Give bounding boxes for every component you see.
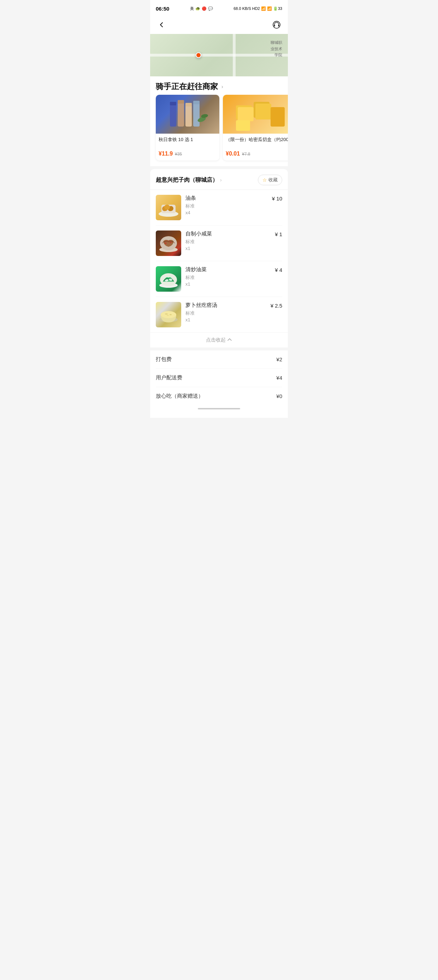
item-img-yousi xyxy=(156,195,181,220)
order-item-0: 油条 标准 x4 ¥ 10 xyxy=(156,190,282,226)
item-qty-3: x1 xyxy=(186,317,266,323)
star-icon: ☆ xyxy=(262,177,267,183)
item-name-0: 油条 xyxy=(186,195,268,202)
item-img-soup xyxy=(156,302,181,328)
item-name-3: 萝卜丝疙瘩汤 xyxy=(186,302,266,309)
promo-price-new-1: ¥11.9 xyxy=(159,151,173,157)
app-icon-1: 🐢 xyxy=(195,6,200,11)
fee-amount-0: ¥2 xyxy=(276,356,282,363)
order-item-3: 萝卜丝疙瘩汤 标准 x1 ¥ 2.5 xyxy=(156,297,282,332)
item-img-greens xyxy=(156,266,181,292)
signal-icon: 📶 xyxy=(267,6,272,11)
promo-name-2: （限一份）哈密瓜切盒（约200g） xyxy=(226,137,288,149)
map-label-2: 业技术 xyxy=(271,46,282,52)
collect-button[interactable]: ☆ 收藏 xyxy=(258,175,282,185)
svg-rect-3 xyxy=(170,103,176,127)
promo-scroll[interactable]: 秋日拿铁 10 选 1 ¥11.9 ¥35 （限一份）哈密瓜切盒（约200g） … xyxy=(150,95,288,166)
item-img-pickled xyxy=(156,231,181,256)
svg-point-36 xyxy=(167,315,169,316)
store-name: 超意兴把子肉（聊城店） xyxy=(156,177,218,184)
battery-indicator: 🔋33 xyxy=(273,6,282,11)
svg-rect-18 xyxy=(271,107,285,127)
status-time: 06:50 xyxy=(156,6,169,12)
promo-name-1: 秋日拿铁 10 选 1 xyxy=(159,137,216,149)
item-info-0: 油条 标准 x4 xyxy=(186,195,268,215)
order-card: 超意兴把子肉（聊城店） › ☆ 收藏 油条 xyxy=(150,169,288,347)
network-speed: 68.0 KB/S xyxy=(233,6,251,11)
fee-amount-1: ¥4 xyxy=(276,375,282,381)
store-name-row[interactable]: 超意兴把子肉（聊城店） › xyxy=(156,177,222,184)
item-qty-0: x4 xyxy=(186,210,268,215)
svg-point-35 xyxy=(170,314,172,315)
item-price-3: ¥ 2.5 xyxy=(271,302,282,309)
item-qty-1: x1 xyxy=(186,246,271,251)
item-info-3: 萝卜丝疙瘩汤 标准 x1 xyxy=(186,302,266,323)
app-icon-meituan: 美 xyxy=(190,6,194,11)
item-spec-1: 标准 xyxy=(186,239,271,245)
order-items: 油条 标准 x4 ¥ 10 xyxy=(150,190,288,332)
promo-card-1-body: 秋日拿铁 10 选 1 ¥11.9 ¥35 xyxy=(156,134,219,161)
map-label-3: 学院 xyxy=(271,52,282,58)
order-item-2: 清炒油菜 标准 x1 ¥ 4 xyxy=(156,261,282,297)
map-area: 聊城职 业技术 学院 xyxy=(150,34,288,76)
store-chevron: › xyxy=(220,177,222,183)
status-bar: 06:50 美 🐢 🔴 💬 68.0 KB/S HD2 📶 📶 🔋33 xyxy=(150,0,288,16)
promo-card-melon[interactable]: （限一份）哈密瓜切盒（约200g） ¥0.01 ¥7.8 xyxy=(223,95,288,161)
wifi-icon: 📶 xyxy=(261,6,266,11)
back-button[interactable] xyxy=(156,19,167,30)
status-title: 骑手正在赶往商家 xyxy=(156,81,218,92)
promo-img-melon xyxy=(223,95,288,134)
promo-price-old-1: ¥35 xyxy=(175,152,182,157)
nav-bar xyxy=(150,16,288,34)
item-spec-2: 标准 xyxy=(186,274,271,281)
promo-price-new-2: ¥0.01 xyxy=(226,151,240,157)
map-road-vertical xyxy=(233,34,236,76)
map-background: 聊城职 业技术 学院 xyxy=(150,34,288,76)
svg-rect-14 xyxy=(238,107,254,121)
item-spec-0: 标准 xyxy=(186,203,268,209)
map-label-1: 聊城职 xyxy=(271,40,282,46)
fee-row-2: 放心吃（商家赠送） ¥0 xyxy=(156,387,282,405)
fee-label-0: 打包费 xyxy=(156,356,172,363)
status-chevron[interactable]: › xyxy=(222,84,223,89)
app-icon-3: 💬 xyxy=(208,6,213,11)
collapse-label: 点击收起 xyxy=(206,337,226,343)
fee-row-0: 打包费 ¥2 xyxy=(156,350,282,369)
svg-point-33 xyxy=(161,311,176,318)
item-info-1: 自制小咸菜 标准 x1 xyxy=(186,231,271,251)
order-header: 超意兴把子肉（聊城店） › ☆ 收藏 xyxy=(150,169,288,190)
home-indicator xyxy=(198,408,240,409)
status-header: 骑手正在赶往商家 › xyxy=(150,76,288,95)
collapse-icon xyxy=(227,337,232,343)
promo-card-milktea[interactable]: 秋日拿铁 10 选 1 ¥11.9 ¥35 xyxy=(156,95,219,161)
svg-rect-17 xyxy=(236,120,250,131)
fee-amount-2: ¥0 xyxy=(276,393,282,399)
svg-rect-4 xyxy=(170,102,176,105)
svg-point-34 xyxy=(165,313,168,315)
promo-card-2-body: （限一份）哈密瓜切盒（约200g） ¥0.01 ¥7.8 xyxy=(223,134,288,161)
svg-rect-8 xyxy=(186,103,192,107)
item-name-2: 清炒油菜 xyxy=(186,266,271,273)
item-spec-3: 标准 xyxy=(186,310,266,317)
svg-rect-9 xyxy=(193,102,200,127)
map-road-horizontal xyxy=(150,54,288,57)
fee-label-2: 放心吃（商家赠送） xyxy=(156,393,203,399)
item-price-1: ¥ 1 xyxy=(275,231,282,237)
promo-price-row-2: ¥0.01 ¥7.8 xyxy=(226,151,288,157)
svg-rect-5 xyxy=(178,102,184,127)
item-price-0: ¥ 10 xyxy=(272,195,282,202)
svg-rect-2 xyxy=(278,25,279,27)
status-icons: 美 🐢 🔴 💬 xyxy=(190,6,213,11)
app-icon-2: 🔴 xyxy=(202,6,206,11)
collapse-button[interactable]: 点击收起 xyxy=(150,332,288,347)
fee-label-1: 用户配送费 xyxy=(156,374,182,381)
headset-button[interactable] xyxy=(271,19,282,30)
svg-rect-10 xyxy=(193,101,200,104)
bottom-bar xyxy=(150,405,288,418)
status-right: 68.0 KB/S HD2 📶 📶 🔋33 xyxy=(233,6,282,11)
promo-img-milk xyxy=(156,95,219,134)
rider-marker xyxy=(196,52,202,58)
order-item-1: 自制小咸菜 标准 x1 ¥ 1 xyxy=(156,226,282,261)
fees-section: 打包费 ¥2 用户配送费 ¥4 放心吃（商家赠送） ¥0 xyxy=(150,350,288,405)
svg-rect-16 xyxy=(256,103,271,119)
